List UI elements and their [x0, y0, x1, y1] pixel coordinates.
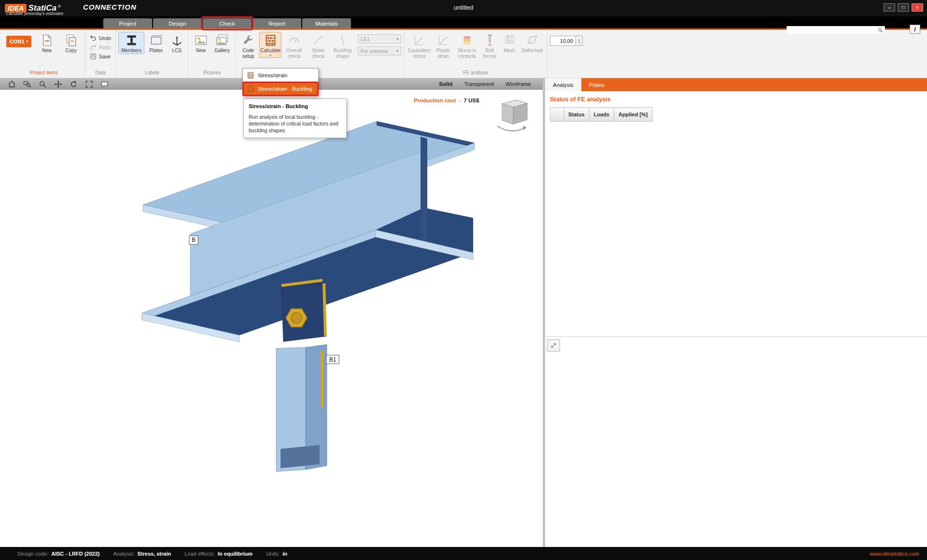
strain-curve-icon [312, 34, 325, 47]
copy-item-button[interactable]: Copy [59, 32, 83, 54]
save-button[interactable]: Save [88, 52, 112, 60]
close-button[interactable]: × [912, 3, 923, 12]
ribbon-group-scale: 10,00 ▴ ▾ [548, 30, 585, 78]
info-button[interactable]: i [910, 25, 920, 34]
redo-button[interactable]: Redo [88, 43, 113, 51]
undo-button[interactable]: Undo [88, 34, 113, 42]
equivalent-stress-label: Equivalent stress [407, 48, 431, 59]
right-panel-tabs: Analysis Plates [545, 78, 927, 91]
chevron-down-icon: ▾ [27, 40, 28, 43]
main-area: Solid Transparent Wireframe Production c… [0, 78, 927, 547]
viewport: Solid Transparent Wireframe Production c… [0, 78, 543, 547]
nav-cube-right [513, 103, 527, 124]
coordinate-axes-icon [170, 34, 183, 47]
zoom-fit-button[interactable] [81, 79, 97, 89]
deformed-button[interactable]: Deformed [520, 32, 545, 54]
group-label-fe-analysis: FE analysis [407, 70, 545, 78]
tab-design[interactable]: Design [153, 18, 202, 28]
ribbon-group-pictures: New Gallery Pictures [189, 30, 236, 78]
scale-spin-arrows: ▴ ▾ [576, 36, 583, 46]
tooltip-title: Stress/strain - Buckling [249, 103, 341, 110]
mode-wireframe[interactable]: Wireframe [506, 81, 531, 87]
group-label-pictures: Pictures [191, 70, 233, 78]
menu-item-stress-strain-buckling[interactable]: Stress/strain - Buckling [243, 82, 318, 96]
expand-arrows-icon [550, 342, 557, 349]
loads-column-header: Loads [589, 108, 614, 122]
navigation-cube[interactable] [497, 100, 527, 131]
status-column-header: Status [564, 108, 590, 122]
extreme-select[interactable]: For extreme ▾ [358, 46, 401, 56]
new-item-button[interactable]: New [35, 32, 58, 54]
mesh-button[interactable]: Mesh [500, 32, 519, 54]
spin-down-icon[interactable]: ▾ [578, 41, 580, 44]
gallery-icon [216, 34, 229, 47]
equivalent-stress-button[interactable]: Equivalent stress [407, 32, 432, 59]
column-hollow-end [281, 445, 320, 468]
member-label-beam[interactable]: B [189, 236, 198, 244]
menu-item-stress-strain-buckling-label: Stress/strain - Buckling [258, 86, 312, 92]
home-view-button[interactable] [4, 79, 19, 89]
plates-labels-toggle[interactable]: Plates [145, 32, 167, 54]
blank-column-header [550, 108, 564, 122]
code-setup-button[interactable]: Code setup [238, 32, 258, 59]
stress-in-contacts-button[interactable]: Stress in contacts [455, 32, 479, 59]
pan-button[interactable] [50, 79, 66, 89]
bolt-forces-button[interactable]: Bolt forces [480, 32, 499, 59]
registered-mark: ® [58, 4, 61, 9]
overall-check-button[interactable]: Overall check [282, 32, 306, 59]
equivalent-stress-icon [413, 34, 426, 47]
weld-column-edge [321, 350, 323, 407]
ribbon-group-fe-analysis: Equivalent stress Plastic strain Stress … [404, 30, 548, 78]
load-case-select[interactable]: LE1 ▾ [358, 34, 401, 43]
fit-to-view-icon [85, 80, 93, 88]
tab-project[interactable]: Project [103, 18, 152, 28]
window-controls: – □ × [884, 3, 923, 12]
tooltip-body: Run analysis of local buckling - determi… [249, 113, 341, 134]
rotate-button[interactable] [66, 79, 81, 89]
group-label-data: Data [88, 70, 113, 78]
nav-cube-left [502, 104, 513, 124]
calculate-button[interactable]: Calculate ▾ [259, 32, 281, 58]
gallery-button[interactable]: Gallery [211, 32, 233, 54]
expand-panel-button[interactable] [547, 339, 560, 351]
tab-analysis[interactable]: Analysis [545, 78, 581, 91]
tab-check[interactable]: Check [203, 18, 252, 28]
members-labels-toggle[interactable]: Members [118, 32, 144, 54]
column-member[interactable] [276, 279, 327, 471]
lcs-labels-toggle[interactable]: LCS [168, 32, 186, 54]
deformed-label: Deformed [521, 48, 543, 54]
tab-design-label: Design [169, 21, 186, 27]
gallery-label: Gallery [214, 48, 230, 54]
website-link[interactable]: www.ideastatica.com [870, 551, 919, 557]
tab-plates[interactable]: Plates [581, 78, 612, 91]
minimize-button[interactable]: – [884, 3, 895, 12]
member-label-column[interactable]: B1 [326, 355, 339, 364]
tab-report[interactable]: Report [253, 18, 301, 28]
mode-solid[interactable]: Solid [439, 81, 452, 87]
mesh-cube-icon [503, 34, 516, 47]
plastic-strain-button[interactable]: Plastic strain [433, 32, 454, 59]
label-tool-button[interactable] [97, 79, 112, 89]
maximize-button[interactable]: □ [898, 3, 909, 12]
search-input[interactable] [787, 27, 878, 33]
tab-check-label: Check [219, 21, 235, 27]
chevron-down-icon: ▾ [397, 37, 399, 41]
tab-project-label: Project [119, 21, 137, 27]
mode-transparent[interactable]: Transparent [464, 81, 494, 87]
new-picture-button[interactable]: New [191, 32, 211, 54]
copy-item-label: Copy [65, 48, 76, 54]
units-label: Units: [266, 551, 280, 557]
strain-check-button[interactable]: Strain check [307, 32, 330, 59]
chevron-down-icon: ▾ [269, 54, 271, 57]
design-code-value: AISC - LRFD (2022) [51, 551, 99, 557]
connection-selector[interactable]: CON1 ▾ [6, 36, 31, 47]
zoom-window-button[interactable] [19, 79, 35, 89]
tab-materials[interactable]: Materials [302, 18, 351, 28]
tab-analysis-label: Analysis [553, 82, 574, 88]
zoom-button[interactable] [35, 79, 50, 89]
menu-item-stress-strain[interactable]: Stress/strain [243, 69, 318, 82]
scale-value-input[interactable]: 10,00 [550, 36, 576, 46]
buckling-shape-button[interactable]: Buckling shape [331, 32, 354, 59]
3d-viewport-canvas[interactable]: Production cost - 7 US$ [0, 90, 543, 547]
pan-arrows-icon [54, 80, 62, 88]
